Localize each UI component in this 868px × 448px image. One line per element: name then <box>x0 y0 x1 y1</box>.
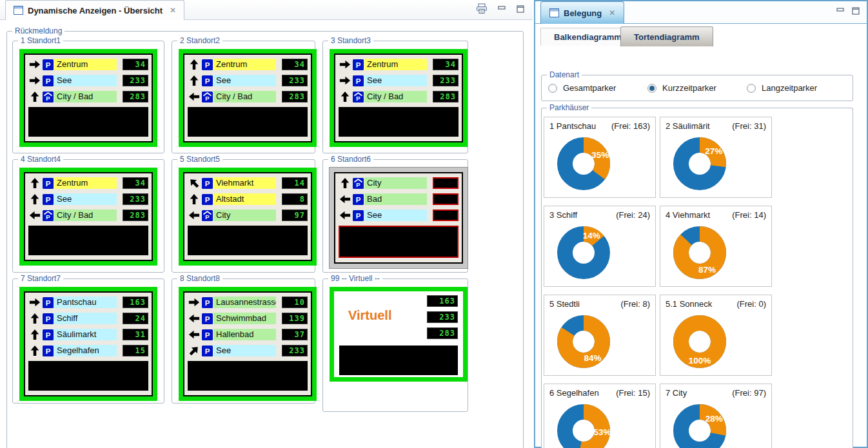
svg-text:P: P <box>205 61 210 69</box>
svg-text:P: P <box>46 213 50 220</box>
arrow-up-icon <box>29 312 41 325</box>
maximize-icon[interactable] <box>852 7 860 15</box>
parkhaus-name: 1 Pantschau <box>549 121 596 131</box>
print-icon[interactable] <box>476 3 488 14</box>
arrow-right-icon <box>28 59 41 70</box>
sign-value-display: 163 <box>427 295 458 307</box>
arrow-up-icon <box>188 58 200 71</box>
occupancy-percent-label: 100% <box>689 356 711 365</box>
sign-blank-panel <box>28 107 148 137</box>
parking-icon: P <box>353 75 364 86</box>
parkhaus-frei-label: (Frei: 8) <box>621 299 651 309</box>
sign-value-display: 233 <box>123 193 148 205</box>
sign-destination-label: Altstadt <box>213 193 276 205</box>
sign-row: PSee233 <box>28 75 148 86</box>
view-window-icon <box>14 6 23 15</box>
virtual-sign-label: Virtuell <box>348 308 391 323</box>
close-icon[interactable]: ✕ <box>609 8 615 17</box>
radio-icon[interactable] <box>747 84 756 93</box>
svg-text:P: P <box>46 315 51 323</box>
parkhaus-name: 4 Viehmarkt <box>666 210 710 220</box>
sign-value-display: 283 <box>282 91 308 102</box>
tab-belegung[interactable]: Belegung ✕ <box>540 1 624 24</box>
sign-destination-label: Segelhafen <box>54 345 117 356</box>
svg-text:P: P <box>356 95 360 102</box>
tab-dynamische-anzeigen[interactable]: Dynamische Anzeigen - Übersicht ✕ <box>5 0 184 20</box>
left-view-body: Rückmeldung 1 Standort1PZentrum34PSee233… <box>0 20 533 448</box>
arrow-right-icon <box>339 59 351 70</box>
parking-icon: P <box>353 194 364 205</box>
radio-icon[interactable] <box>548 84 557 93</box>
tab-tortendiagramm[interactable]: Tortendiagramm <box>620 26 713 46</box>
minimize-icon[interactable] <box>498 5 506 12</box>
left-tab-title: Dynamische Anzeigen - Übersicht <box>28 6 163 15</box>
parking-icon: P <box>43 59 54 70</box>
parking-icon: P <box>43 297 54 308</box>
parking-icon: P <box>43 329 54 340</box>
sign-destination-label: Pantschau <box>54 297 117 308</box>
close-icon[interactable]: ✕ <box>170 6 176 15</box>
sign-value-display: 283 <box>123 209 148 221</box>
arrow-up-icon <box>339 90 351 103</box>
svg-text:P: P <box>356 212 361 220</box>
radio-label: Kurzzeitparker <box>662 83 716 93</box>
datenart-radio-row: Gesamtparker Kurzzeitparker Langzeitpark… <box>542 75 853 93</box>
minimize-icon[interactable] <box>836 7 845 15</box>
radio-gesamtparker[interactable]: Gesamtparker <box>548 83 647 93</box>
sign-value-display: 15 <box>123 345 148 356</box>
sign-value-display: 233 <box>282 345 308 356</box>
svg-text:P: P <box>205 95 210 102</box>
sign-row: PCity / Bad283 <box>188 91 308 102</box>
parking-icon: P <box>202 313 213 324</box>
sign-destination-label: See <box>364 75 427 86</box>
sign-row: PCity / Bad283 <box>28 91 148 102</box>
svg-text:P: P <box>46 95 50 102</box>
parkhaus-card: 5 Stedtli(Frei: 8)84% <box>544 295 656 376</box>
sign-value-display: 163 <box>123 297 148 308</box>
occupancy-percent-label: 84% <box>584 353 601 363</box>
arrow-right-icon <box>28 297 41 308</box>
occupancy-donut-chart: 14% <box>552 221 615 284</box>
sign-destination-label: Schwimmbad <box>213 313 276 324</box>
radio-kurzzeitparker[interactable]: Kurzzeitparker <box>647 83 747 93</box>
sign-destination-label: See <box>54 193 117 205</box>
occupancy-donut-chart: 100% <box>668 310 731 373</box>
sign-value-display: 139 <box>282 313 308 324</box>
standort-group: 8 Standort8PLausannestrasse10PSchwimmbad… <box>172 278 315 404</box>
radio-icon[interactable] <box>647 84 656 93</box>
parkhaus-card: 5.1 Sonneck(Frei: 0)100% <box>660 295 772 376</box>
sign-value-display: 283 <box>123 91 148 102</box>
parking-icon: P <box>353 210 364 221</box>
occupancy-donut-chart: 87% <box>668 221 731 284</box>
diagram-tab-folder: Balkendiagramm Tortendiagramm <box>540 26 867 47</box>
sign-destination-label: Bad <box>364 193 427 205</box>
radio-label: Gesamtparker <box>563 83 616 93</box>
covered-parking-icon: P <box>43 92 54 102</box>
sign-row: PCity97 <box>188 209 308 221</box>
sign-value-display: 37 <box>282 329 308 340</box>
parkhaus-frei-label: (Frei: 15) <box>616 388 650 398</box>
sign-destination-label: City / Bad <box>54 209 117 221</box>
standort-group: 1 Standort1PZentrum34PSee233PCity / Bad2… <box>12 41 164 153</box>
sign-destination-label: See <box>54 75 117 86</box>
radio-label: Langzeitparker <box>762 83 817 93</box>
sign-row: PZentrum34 <box>28 59 148 70</box>
covered-parking-icon: P <box>353 178 364 189</box>
sign-destination-label: Zentrum <box>364 59 427 70</box>
svg-text:P: P <box>46 77 51 85</box>
sign-value-display <box>433 193 459 205</box>
standort-group-title: 7 Standort7 <box>18 274 63 283</box>
parkhaeuser-cards-grid: 1 Pantschau(Frei: 163)35%2 Säulimärit(Fr… <box>544 117 772 448</box>
datenart-group-label: Datenart <box>547 70 582 79</box>
arrow-up-icon <box>29 328 41 341</box>
sign-display: PPantschau163PSchiff24PSäulimarkt31PSege… <box>19 287 157 401</box>
svg-text:P: P <box>46 196 51 204</box>
parkhaus-card-header: 1 Pantschau(Frei: 163) <box>549 121 650 131</box>
maximize-icon[interactable] <box>517 5 525 13</box>
standort-group: 7 Standort7PPantschau163PSchiff24PSäulim… <box>12 278 164 404</box>
occupancy-donut-chart: 28% <box>668 399 731 448</box>
arrow-left-icon <box>188 313 201 324</box>
covered-parking-icon: P <box>43 210 54 221</box>
radio-langzeitparker[interactable]: Langzeitparker <box>747 83 846 93</box>
svg-text:P: P <box>356 61 361 69</box>
